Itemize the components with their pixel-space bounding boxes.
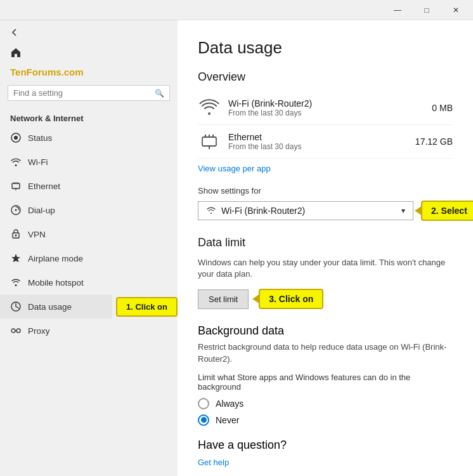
- step3-callout: 3. Click on: [259, 289, 323, 309]
- sidebar-item-label: Ethernet: [28, 182, 60, 191]
- svg-point-1: [14, 136, 18, 140]
- search-icon: 🔍: [155, 89, 164, 98]
- get-help-link[interactable]: Get help: [198, 458, 229, 467]
- sidebar-item-datausage[interactable]: Data usage: [0, 294, 112, 319]
- background-data-desc: Restrict background data to help reduce …: [198, 341, 453, 364]
- sidebar-item-datausage-row: Data usage 1. Click on: [0, 294, 178, 319]
- sidebar-item-hotspot[interactable]: Mobile hotspot: [0, 270, 178, 294]
- home-icon: [10, 47, 22, 58]
- sidebar-item-dialup[interactable]: Dial-up: [0, 198, 178, 222]
- sidebar-item-label: VPN: [28, 230, 46, 239]
- sidebar-item-proxy[interactable]: Proxy: [0, 319, 178, 343]
- step1-callout: 1. Click on: [116, 297, 178, 317]
- overview-ethernet-info: Ethernet From the last 30 days: [228, 132, 415, 151]
- question-title: Have a question?: [198, 439, 453, 452]
- svg-rect-2: [12, 183, 20, 188]
- radio-never-outer: [198, 414, 209, 426]
- overview-title: Overview: [198, 70, 453, 84]
- sidebar-section-title: Network & Internet: [0, 109, 178, 126]
- overview-ethernet-days: From the last 30 days: [228, 142, 415, 151]
- radio-always[interactable]: Always: [198, 398, 453, 409]
- svg-rect-15: [202, 137, 216, 146]
- overview-wifi-name: Wi-Fi (Brink-Router2): [228, 98, 432, 109]
- dropdown-wifi-icon: [206, 206, 216, 216]
- close-button[interactable]: ✕: [441, 0, 470, 20]
- set-limit-row: Set limit 3. Click on: [198, 289, 453, 309]
- radio-never[interactable]: Never: [198, 414, 453, 426]
- wifi-icon: [10, 156, 22, 168]
- network-dropdown[interactable]: Wi-Fi (Brink-Router2) ▾: [198, 201, 413, 220]
- proxy-icon: [10, 325, 22, 336]
- page-title: Data usage: [198, 38, 453, 58]
- sidebar: TenForums.com 🔍 Network & Internet Statu…: [0, 20, 178, 476]
- sidebar-item-label: Airplane mode: [28, 254, 83, 263]
- overview-ethernet-icon: [198, 130, 221, 153]
- show-settings-label: Show settings for: [198, 186, 453, 195]
- radio-never-inner: [201, 417, 207, 423]
- status-icon: [10, 132, 22, 143]
- search-input[interactable]: [13, 88, 155, 98]
- data-limit-title: Data limit: [198, 236, 453, 249]
- title-bar-buttons: — □ ✕: [383, 0, 470, 20]
- sidebar-item-label: Proxy: [28, 326, 50, 336]
- overview-item-wifi: Wi-Fi (Brink-Router2) From the last 30 d…: [198, 91, 453, 125]
- app-container: TenForums.com 🔍 Network & Internet Statu…: [0, 20, 473, 476]
- overview-ethernet-size: 17.12 GB: [415, 136, 453, 147]
- back-button[interactable]: [0, 20, 178, 42]
- radio-always-outer: [198, 398, 209, 409]
- hotspot-icon: [10, 277, 22, 288]
- overview-wifi-days: From the last 30 days: [228, 109, 432, 117]
- title-bar: — □ ✕: [0, 0, 473, 20]
- minimize-button[interactable]: —: [383, 0, 412, 20]
- svg-point-8: [15, 209, 17, 211]
- back-icon: [10, 28, 19, 37]
- view-usage-link[interactable]: View usage per app: [198, 164, 271, 173]
- dropdown-selected-value: Wi-Fi (Brink-Router2): [221, 206, 305, 216]
- sidebar-item-wifi[interactable]: Wi-Fi: [0, 150, 178, 174]
- svg-point-10: [15, 235, 17, 237]
- bg-limit-label: Limit what Store apps and Windows featur…: [198, 373, 453, 392]
- overview-item-ethernet: Ethernet From the last 30 days 17.12 GB: [198, 125, 453, 159]
- sidebar-item-vpn[interactable]: VPN: [0, 222, 178, 246]
- svg-point-12: [11, 329, 15, 333]
- sidebar-item-status[interactable]: Status: [0, 126, 178, 150]
- overview-wifi-size: 0 MB: [432, 103, 453, 113]
- overview-wifi-icon: [198, 96, 221, 119]
- airplane-icon: [10, 253, 22, 264]
- radio-never-label: Never: [216, 415, 239, 425]
- watermark: TenForums.com: [0, 65, 178, 83]
- datausage-icon: [10, 301, 22, 312]
- sidebar-item-ethernet[interactable]: Ethernet: [0, 174, 178, 198]
- background-data-title: Background data: [198, 324, 453, 338]
- set-limit-button[interactable]: Set limit: [198, 289, 249, 309]
- vpn-icon: [10, 228, 22, 240]
- dialup-icon: [10, 204, 22, 216]
- sidebar-item-label: Mobile hotspot: [28, 278, 84, 288]
- sidebar-item-label: Status: [28, 133, 52, 143]
- overview-wifi-info: Wi-Fi (Brink-Router2) From the last 30 d…: [228, 98, 432, 117]
- dropdown-arrow-icon: ▾: [401, 206, 405, 215]
- search-box[interactable]: 🔍: [8, 85, 170, 101]
- maximize-button[interactable]: □: [412, 0, 441, 20]
- main-content: Data usage Overview Wi-Fi (Brink-Router2…: [178, 20, 473, 476]
- svg-point-13: [16, 329, 20, 333]
- overview-ethernet-name: Ethernet: [228, 132, 415, 142]
- sidebar-item-airplane[interactable]: Airplane mode: [0, 246, 178, 270]
- ethernet-icon: [10, 180, 22, 192]
- sidebar-item-label: Data usage: [28, 302, 72, 312]
- radio-always-label: Always: [216, 399, 243, 409]
- step2-callout: 2. Select: [421, 201, 473, 221]
- sidebar-item-label: Dial-up: [28, 206, 55, 215]
- data-limit-desc: Windows can help you stay under your dat…: [198, 257, 453, 280]
- sidebar-item-label: Wi-Fi: [28, 157, 48, 167]
- home-button[interactable]: [0, 42, 178, 65]
